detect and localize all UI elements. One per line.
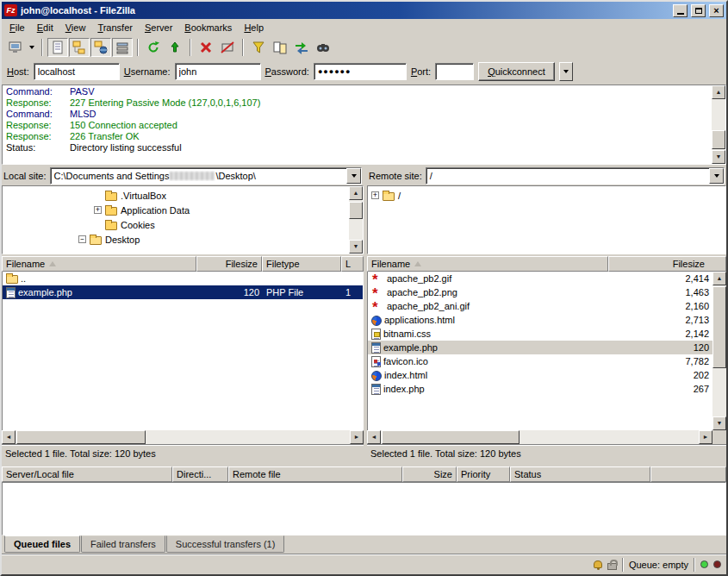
- quickconnect-dropdown[interactable]: [559, 62, 573, 81]
- local-site-combobox[interactable]: C:\Documents and Settings\Desktop\: [50, 167, 362, 185]
- tree-item[interactable]: /: [368, 188, 725, 203]
- column-header-priority[interactable]: Priority: [457, 466, 510, 482]
- scrollbar-thumb[interactable]: [712, 286, 726, 368]
- remote-list-hscrollbar[interactable]: ◄ ►: [367, 430, 712, 444]
- local-list-hscrollbar[interactable]: ◄ ►: [2, 430, 364, 444]
- host-input[interactable]: [34, 63, 120, 80]
- quickconnect-button[interactable]: Quickconnect: [478, 62, 555, 81]
- menu-file[interactable]: File: [3, 20, 31, 35]
- file-row-selected[interactable]: example.php 120 PHP File 1: [3, 285, 363, 299]
- tree-item[interactable]: Cookies: [3, 217, 349, 232]
- notification-bell-icon[interactable]: [594, 560, 602, 568]
- tree-item[interactable]: Desktop: [3, 232, 349, 247]
- file-row[interactable]: apache_pb2.gif 2,414: [368, 272, 712, 285]
- disconnect-button[interactable]: [217, 38, 238, 57]
- scroll-down-icon[interactable]: ▼: [712, 416, 726, 430]
- local-file-list: .. example.php 120 PHP File 1: [2, 272, 364, 430]
- queue-tabs: Queued files Failed transfers Successful…: [2, 535, 726, 554]
- menu-transfer[interactable]: Transfer: [91, 20, 139, 35]
- column-header-filesize[interactable]: Filesize: [608, 256, 726, 272]
- scrollbar-thumb[interactable]: [16, 430, 146, 444]
- file-row[interactable]: ..: [3, 272, 363, 285]
- port-input[interactable]: [435, 63, 474, 80]
- column-header-size[interactable]: Size: [402, 466, 457, 482]
- column-header-filesize[interactable]: Filesize: [196, 256, 262, 272]
- tree-item[interactable]: .VirtualBox: [3, 188, 349, 203]
- scroll-left-icon[interactable]: ◄: [367, 430, 381, 444]
- scroll-up-icon[interactable]: ▲: [349, 186, 363, 200]
- directory-comparison-button[interactable]: [270, 38, 290, 57]
- maximize-button[interactable]: [691, 4, 706, 17]
- toggle-transfer-queue-button[interactable]: [112, 38, 133, 57]
- menu-edit[interactable]: Edit: [31, 20, 59, 35]
- column-header-server-local-file[interactable]: Server/Local file: [2, 466, 172, 482]
- expand-icon[interactable]: [94, 206, 102, 214]
- toggle-local-tree-button[interactable]: [69, 38, 90, 57]
- tab-successful-transfers[interactable]: Successful transfers (1): [166, 535, 285, 553]
- process-queue-button[interactable]: [165, 38, 185, 57]
- column-header-filename[interactable]: Filename: [367, 256, 608, 272]
- menu-bookmarks[interactable]: Bookmarks: [178, 20, 238, 35]
- cancel-button[interactable]: [196, 38, 216, 57]
- tree-item[interactable]: Application Data: [3, 203, 349, 217]
- activity-led-red: [713, 560, 721, 568]
- scroll-down-icon[interactable]: ▼: [349, 240, 363, 254]
- file-row[interactable]: apache_pb2.png 1,463: [368, 285, 712, 299]
- menu-server[interactable]: Server: [139, 20, 178, 35]
- expand-icon[interactable]: [371, 191, 379, 199]
- scroll-right-icon[interactable]: ►: [699, 430, 712, 444]
- column-header-status[interactable]: Status: [510, 466, 650, 482]
- toggle-remote-tree-button[interactable]: [90, 38, 111, 57]
- file-row[interactable]: index.html 202: [368, 368, 712, 382]
- column-header-remote-file[interactable]: Remote file: [228, 466, 402, 482]
- file-row[interactable]: favicon.ico 7,782: [368, 354, 712, 368]
- password-input[interactable]: [314, 63, 407, 80]
- file-row[interactable]: apache_pb2_ani.gif 2,160: [368, 299, 712, 313]
- collapse-icon[interactable]: [78, 235, 86, 243]
- scroll-down-icon[interactable]: ▼: [712, 150, 725, 164]
- file-row[interactable]: index.php 267: [368, 382, 712, 396]
- minimize-button[interactable]: [673, 4, 688, 17]
- tab-queued-files[interactable]: Queued files: [4, 535, 80, 553]
- statusbar-separator: [622, 558, 624, 572]
- synchronized-browsing-button[interactable]: [291, 38, 312, 57]
- file-row-selected[interactable]: example.php 120: [368, 341, 712, 354]
- site-manager-dropdown[interactable]: [27, 38, 37, 57]
- encryption-lock-icon[interactable]: [607, 563, 617, 570]
- toggle-message-log-button[interactable]: [47, 38, 68, 57]
- scroll-up-icon[interactable]: ▲: [712, 272, 726, 285]
- column-header-filename[interactable]: Filename: [2, 256, 196, 272]
- close-button[interactable]: ×: [709, 4, 724, 17]
- site-manager-button[interactable]: [5, 38, 26, 57]
- queue-status-text: Queue: empty: [629, 560, 688, 570]
- file-row[interactable]: applications.html 2,713: [368, 313, 712, 327]
- titlebar[interactable]: Fz john@localhost - FileZilla ×: [2, 2, 726, 19]
- remote-list-scrollbar[interactable]: ▲ ▼: [712, 272, 726, 430]
- filter-button[interactable]: [248, 38, 269, 57]
- scroll-right-icon[interactable]: ►: [350, 430, 364, 444]
- find-files-button[interactable]: [313, 38, 333, 57]
- image-file-icon: [371, 301, 384, 312]
- local-site-dropdown[interactable]: [346, 168, 361, 184]
- local-tree-scrollbar[interactable]: ▲ ▼: [349, 186, 363, 254]
- remote-site-dropdown[interactable]: [709, 168, 724, 184]
- log-scrollbar[interactable]: ▲ ▼: [712, 85, 725, 164]
- column-header-last-modified[interactable]: L: [341, 256, 364, 272]
- scrollbar-thumb[interactable]: [382, 430, 520, 444]
- transfer-queue-list[interactable]: [2, 482, 726, 535]
- scroll-left-icon[interactable]: ◄: [2, 430, 16, 444]
- scroll-up-icon[interactable]: ▲: [712, 85, 725, 99]
- file-row[interactable]: bitnami.css 2,142: [368, 327, 712, 341]
- refresh-button[interactable]: [143, 38, 164, 57]
- column-header-direction[interactable]: Directi...: [172, 466, 228, 482]
- scrollbar-thumb[interactable]: [712, 130, 725, 149]
- menu-view[interactable]: View: [59, 20, 92, 35]
- tab-failed-transfers[interactable]: Failed transfers: [81, 535, 165, 553]
- remote-site-combobox[interactable]: /: [426, 167, 725, 185]
- column-header-filetype[interactable]: Filetype: [262, 256, 341, 272]
- remote-file-list: apache_pb2.gif 2,414 apache_pb2.png 1,46…: [367, 272, 712, 430]
- username-input[interactable]: [175, 63, 261, 80]
- menu-help[interactable]: Help: [238, 20, 270, 35]
- file-panes: Local site: C:\Documents and Settings\De…: [2, 166, 726, 461]
- scrollbar-thumb[interactable]: [349, 202, 363, 219]
